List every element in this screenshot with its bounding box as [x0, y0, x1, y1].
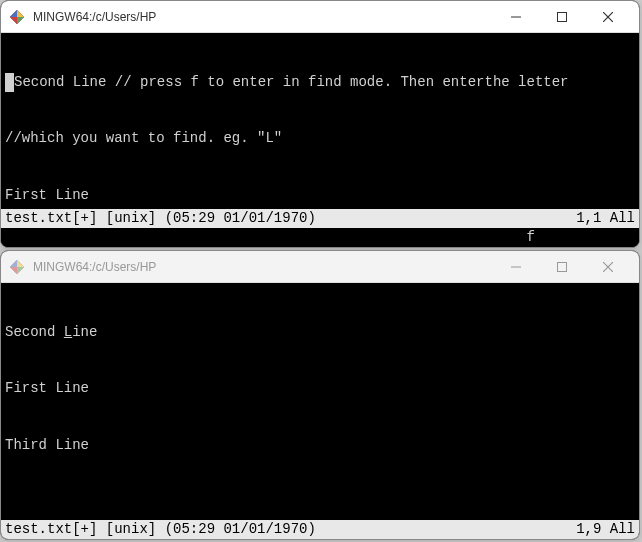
- mintty-icon: [9, 9, 25, 25]
- status-position: 1,9 All: [576, 520, 635, 539]
- svg-marker-4: [10, 10, 17, 17]
- cursor-underline: L: [64, 324, 72, 340]
- text-line: ine: [72, 324, 97, 340]
- text-line: Second: [5, 324, 64, 340]
- maximize-button[interactable]: [539, 251, 585, 282]
- close-button[interactable]: [585, 251, 631, 282]
- svg-marker-2: [17, 17, 24, 24]
- text-line: First Line: [5, 379, 635, 398]
- titlebar[interactable]: MINGW64:/c/Users/HP: [1, 1, 639, 33]
- window-controls: [493, 1, 631, 32]
- status-file-info: test.txt[+] [unix] (05:29 01/01/1970): [5, 520, 576, 539]
- titlebar[interactable]: MINGW64:/c/Users/HP: [1, 251, 639, 283]
- svg-rect-15: [558, 262, 567, 271]
- text-line: First Line: [5, 186, 635, 205]
- cursor: [5, 73, 14, 92]
- svg-rect-6: [558, 12, 567, 21]
- pending-command-char: f: [527, 228, 635, 247]
- maximize-button[interactable]: [539, 1, 585, 32]
- terminal-content[interactable]: Second Line // press f to enter in find …: [1, 33, 639, 209]
- text-line: //which you want to find. eg. "L": [5, 129, 635, 148]
- status-position: 1,1 All: [576, 209, 635, 228]
- terminal-window-2: MINGW64:/c/Users/HP Second Line First Li…: [0, 250, 640, 540]
- vim-statusbar: test.txt[+] [unix] (05:29 01/01/1970) 1,…: [1, 520, 639, 539]
- terminal-window-1: MINGW64:/c/Users/HP Second Line // press…: [0, 0, 640, 248]
- window-controls: [493, 251, 631, 282]
- mintty-icon: [9, 259, 25, 275]
- terminal-content[interactable]: Second Line First Line Third Line ~ ~ ~ …: [1, 283, 639, 520]
- minimize-button[interactable]: [493, 1, 539, 32]
- text-line: Third Line: [5, 436, 635, 455]
- minimize-button[interactable]: [493, 251, 539, 282]
- text-line: Second Line // press f to enter in find …: [14, 74, 569, 90]
- vim-statusbar: test.txt[+] [unix] (05:29 01/01/1970) 1,…: [1, 209, 639, 228]
- window-title: MINGW64:/c/Users/HP: [33, 260, 493, 274]
- status-file-info: test.txt[+] [unix] (05:29 01/01/1970): [5, 209, 576, 228]
- window-title: MINGW64:/c/Users/HP: [33, 10, 493, 24]
- close-button[interactable]: [585, 1, 631, 32]
- vim-cmdline: f: [1, 228, 639, 247]
